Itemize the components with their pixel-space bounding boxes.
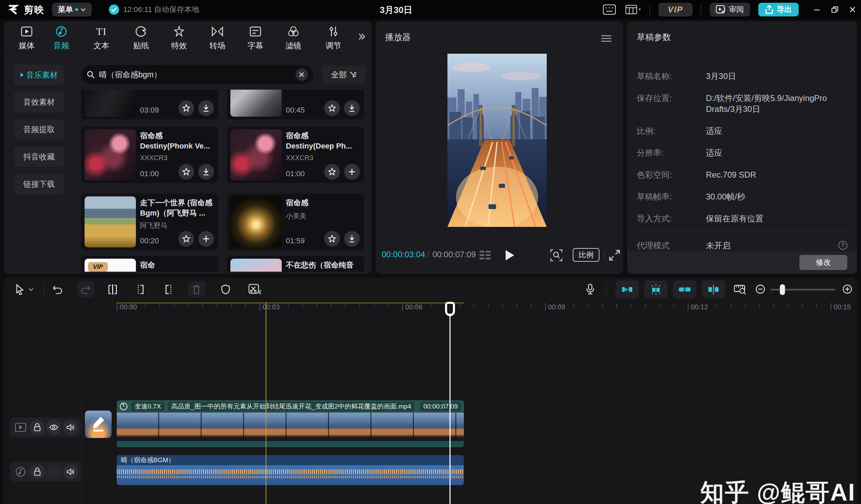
play-button[interactable] [502, 248, 517, 263]
favorite-star-icon[interactable] [324, 231, 340, 247]
tab-filters[interactable]: 滤镜 [276, 25, 311, 51]
favorite-star-icon[interactable] [324, 164, 340, 180]
shortcut-keyboard-icon[interactable] [602, 3, 617, 16]
tab-audio[interactable]: 音频 [43, 25, 79, 51]
sidebar-item-link-download[interactable]: 链接下载 [14, 174, 64, 194]
audio-clip[interactable]: 晴（宿命感BGM） [117, 455, 464, 485]
sidebar-item-audio-extract[interactable]: 音频提取 [14, 119, 64, 140]
player-menu-icon[interactable] [601, 34, 611, 43]
audio-icon [55, 25, 67, 38]
redo-button[interactable] [77, 282, 94, 297]
sidebar-item-sound-effects[interactable]: 音效素材 [14, 92, 64, 112]
add-to-track-icon[interactable] [198, 231, 214, 247]
more-tabs-chevron-icon[interactable] [357, 32, 366, 41]
mute-track-icon[interactable] [63, 420, 78, 435]
clip-filmstrip [117, 413, 464, 441]
close-button[interactable] [849, 6, 856, 13]
tab-captions[interactable]: 字幕 [238, 25, 273, 51]
add-to-track-icon[interactable] [344, 164, 360, 180]
delete-left-button[interactable] [132, 282, 148, 297]
select-tool-button[interactable] [12, 282, 28, 297]
sidebar-item-douyin-favorites[interactable]: 抖音收藏 [14, 146, 64, 167]
tab-adjust[interactable]: 调节 [316, 25, 351, 51]
search-input[interactable] [99, 70, 291, 79]
main-track-magnet-toggle[interactable] [644, 281, 668, 298]
download-icon[interactable] [198, 100, 214, 116]
lock-track-icon[interactable] [30, 420, 45, 435]
tab-sticker[interactable]: 贴纸 [123, 25, 159, 51]
preview-quality-icon[interactable] [549, 248, 564, 263]
video-clip[interactable]: 变速0.7X 高品质_图一中的所有元素从开始到结尾迅速开花_变成图2中的鲜花覆盖… [117, 400, 464, 447]
tab-effects[interactable]: 特效 [161, 25, 197, 51]
mark-shield-button[interactable] [217, 282, 234, 297]
mute-track-icon[interactable] [63, 464, 78, 479]
review-button[interactable]: 审阅 [710, 3, 750, 16]
delete-right-button[interactable] [161, 282, 177, 297]
sidebar-item-music-assets[interactable]: 音乐素材 [14, 65, 64, 85]
zoom-out-icon[interactable] [752, 282, 769, 297]
playback-position-line[interactable] [266, 302, 266, 504]
video-preview[interactable] [447, 54, 547, 227]
menu-button[interactable]: 菜单 [52, 3, 92, 16]
preview-frames-icon[interactable] [478, 248, 493, 263]
timeline-ruler[interactable]: 00:00 00:03 00:06 00:09 00:12 00:15 [3, 302, 858, 318]
link-clips-toggle[interactable] [673, 281, 696, 298]
layout-switch-icon[interactable] [625, 3, 641, 16]
preview-axis-toggle[interactable] [702, 281, 725, 298]
cover-edit-thumbnail[interactable] [85, 411, 112, 438]
modify-button[interactable]: 修改 [799, 255, 847, 270]
smart-audio-cut-button[interactable] [246, 282, 263, 297]
auto-snap-toggle[interactable] [616, 281, 639, 298]
favorite-star-icon[interactable] [178, 231, 194, 247]
fullscreen-icon[interactable] [607, 248, 622, 263]
minimize-button[interactable] [813, 6, 821, 13]
clear-search-icon[interactable] [295, 68, 308, 81]
filter-all-button[interactable]: 全部 [322, 66, 366, 83]
tab-transitions[interactable]: 转场 [200, 25, 235, 51]
help-icon[interactable]: ? [838, 241, 847, 250]
playhead-handle[interactable] [445, 302, 455, 316]
music-title: 宿命 [140, 260, 213, 270]
export-button[interactable]: 导出 [758, 3, 799, 16]
player-controls: 00:00:03:04 / 00:00:07:09 比例 [376, 246, 623, 263]
favorite-star-icon[interactable] [324, 100, 340, 116]
music-card[interactable]: 宿命感 Destiny(Phonk Ve... XXXCR3 01:00 [81, 127, 218, 183]
topbar: 剪映 菜单 12:06:11 自动保存本地 3月30日 VIP [0, 0, 861, 19]
tab-text[interactable]: TI 文本 [84, 25, 119, 51]
music-card[interactable]: 不在悲伤（宿命纯音 [227, 256, 364, 272]
undo-button[interactable] [49, 282, 66, 297]
player-title: 播放器 [385, 31, 411, 43]
select-tool-chevron-icon[interactable] [26, 282, 36, 297]
vip-button[interactable]: VIP [658, 3, 693, 16]
toggle-visibility-icon[interactable] [46, 420, 61, 435]
empty-toggle[interactable] [46, 464, 61, 479]
ruler-label: 00:00 [117, 303, 137, 311]
restore-button[interactable] [831, 6, 838, 13]
favorite-star-icon[interactable] [178, 164, 194, 180]
music-card[interactable]: 03:09 [81, 90, 218, 119]
autosave-status: 12:06:11 自动保存本地 [109, 3, 199, 16]
record-voiceover-button[interactable] [582, 282, 598, 297]
tab-media[interactable]: 媒体 [9, 25, 45, 51]
download-icon[interactable] [344, 231, 360, 247]
effects-icon [173, 25, 185, 38]
timeline-fit-icon[interactable] [732, 282, 748, 297]
music-card[interactable]: 走下一个世界 (宿命感 Bgm)（阿飞野马 ... 阿飞野马 00:20 [81, 194, 218, 250]
ruler-label: 00:12 [688, 303, 708, 311]
clip-bottom-strip [117, 441, 464, 447]
music-card[interactable]: 00:45 [227, 90, 364, 119]
favorite-star-icon[interactable] [178, 100, 194, 116]
music-card[interactable]: 宿命感 Destiny(Deep Ph... XXXCR3 01:00 [227, 127, 364, 183]
split-button[interactable] [104, 282, 121, 297]
download-icon[interactable] [198, 164, 214, 180]
delete-clip-button[interactable] [188, 282, 205, 297]
aspect-ratio-button[interactable]: 比例 [573, 248, 599, 262]
download-icon[interactable] [344, 100, 360, 116]
zoom-in-icon[interactable] [839, 282, 856, 297]
search-box[interactable] [81, 65, 313, 84]
music-card[interactable]: VIP 宿命 [81, 256, 218, 272]
music-card[interactable]: 宿命感 小美美 01:59 [227, 194, 364, 250]
timeline-zoom-handle[interactable] [780, 284, 785, 295]
lock-track-icon[interactable] [30, 464, 45, 479]
playhead-line[interactable] [450, 313, 451, 504]
